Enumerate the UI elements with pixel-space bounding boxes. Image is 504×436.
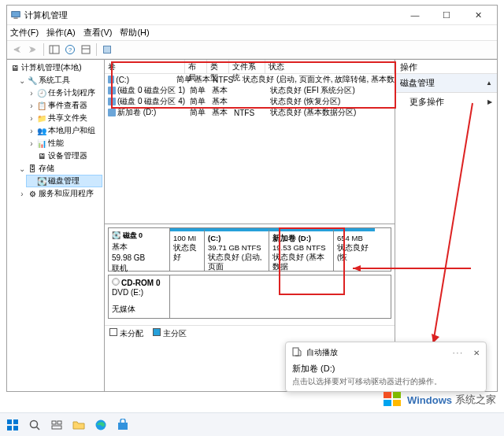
expander-icon[interactable]: › [28,127,35,135]
expander-icon[interactable]: › [28,89,35,98]
autoplay-toast[interactable]: 自动播放 ··· ✕ 新加卷 (D:) 点击以选择要对可移动驱动器进行的操作。 [285,342,487,392]
expander-icon[interactable]: › [28,102,35,110]
legend-unallocated-icon [109,328,117,336]
perf-icon: 📊 [37,139,46,148]
volume-icon [108,76,114,83]
col-fs[interactable]: 文件系统 [229,60,265,73]
svg-rect-8 [104,46,111,54]
svg-rect-18 [7,419,12,424]
menu-file[interactable]: 文件(F) [10,27,39,39]
tree-root[interactable]: 🖥计算机管理(本地) [9,61,102,74]
menu-help[interactable]: 帮助(H) [120,27,149,39]
edge-button[interactable] [93,417,109,433]
tree-shared-folders[interactable]: ›📁共享文件夹 [26,112,102,124]
expander-icon[interactable]: › [28,139,35,148]
more-icon[interactable]: ··· [453,349,464,357]
volume-icon [108,87,116,94]
disk-graph: 💽 磁盘 0 基本 59.98 GB 联机 100 MI状态良好(C:)39.7… [105,224,395,326]
settings-button[interactable] [100,42,114,57]
taskbar[interactable] [0,412,504,436]
expander-icon[interactable]: › [18,190,26,198]
start-button[interactable] [5,417,20,433]
volume-icon [108,109,116,116]
tree-local-users[interactable]: ›👥本地用户和组 [26,124,102,137]
help-button[interactable]: ? [63,42,77,57]
legend-primary-icon [153,328,161,336]
wrench-icon: 🔧 [28,76,37,85]
computer-icon: 🖥 [10,63,20,72]
tree-performance[interactable]: ›📊性能 [26,137,102,150]
svg-rect-16 [384,400,391,406]
titlebar[interactable]: 计算机管理 — ☐ ✕ [7,6,497,24]
svg-rect-17 [393,400,401,406]
menu-view[interactable]: 查看(V) [83,27,113,39]
partition[interactable]: 新加卷 (D:)19.53 GB NTFS状态良好 (基本数据 [269,228,334,271]
search-button[interactable] [27,417,43,433]
menu-action[interactable]: 操作(A) [46,27,76,39]
clock-icon: 🕘 [37,88,46,98]
actions-more[interactable]: 更多操作▶ [395,93,497,111]
close-toast-button[interactable]: ✕ [473,349,480,357]
explorer-button[interactable] [71,417,87,433]
device-icon: 🖥 [37,151,46,161]
tree-system-tools[interactable]: ⌄🔧系统工具 [17,74,102,87]
volume-icon [108,98,116,105]
volume-row[interactable]: 新加卷 (D:)简单基本NTFS状态良好 (基本数据分区) [105,107,395,118]
autoplay-title: 自动播放 [306,347,338,358]
task-view-button[interactable] [49,417,65,433]
legend: 未分配 主分区 [105,326,395,342]
volume-row[interactable]: (C:)简单基本NTFS状态良好 (启动, 页面文件, 故障转储, 基本数 [105,74,395,85]
disk-icon: 💽 [37,176,46,186]
tree-storage[interactable]: ⌄🗄存储 [17,162,102,175]
disk-0[interactable]: 💽 磁盘 0 基本 59.98 GB 联机 100 MI状态良好(C:)39.7… [108,227,391,272]
tree-services-apps[interactable]: ›⚙服务和应用程序 [17,187,102,200]
volume-row[interactable]: (磁盘 0 磁盘分区 4)简单基本状态良好 (恢复分区) [105,96,395,107]
autoplay-drive: 新加卷 (D:) [292,363,480,375]
tree-task-scheduler[interactable]: ›🕘任务计划程序 [26,87,102,99]
svg-rect-21 [13,426,18,430]
tree-device-manager[interactable]: 🖥设备管理器 [26,150,102,162]
tree-disk-management[interactable]: 💽磁盘管理 [26,175,102,187]
store-button[interactable] [115,417,131,433]
cd-icon [112,278,120,286]
refresh-button[interactable] [79,42,93,57]
app-icon [10,9,21,20]
event-icon: 📋 [37,101,46,110]
col-volume[interactable]: 卷 [105,60,185,73]
collapse-icon[interactable]: ▲ [486,79,492,87]
storage-icon: 🗄 [28,164,37,173]
autoplay-icon [292,347,302,358]
partition[interactable]: 100 MI状态良好 [170,228,205,271]
svg-rect-6 [82,46,90,54]
expander-icon[interactable]: ⌄ [18,164,26,173]
volume-list[interactable]: 卷 布局 类型 文件系统 状态 (C:)简单基本NTFS状态良好 (启动, 页面… [105,60,395,224]
nav-tree[interactable]: 🖥计算机管理(本地) ⌄🔧系统工具 ›🕘任务计划程序 ›📋事件查看器 ›📁共享文… [7,60,105,391]
window-title: 计算机管理 [24,9,399,21]
cdrom-0[interactable]: CD-ROM 0 DVD (E:) 无媒体 [108,275,391,319]
expander-icon[interactable]: › [28,114,35,123]
svg-rect-1 [13,18,17,19]
minimize-button[interactable]: — [399,6,431,24]
back-button: ⮜ [10,42,24,57]
col-layout[interactable]: 布局 [185,60,207,73]
svg-rect-20 [7,426,12,430]
chevron-right-icon: ▶ [487,98,492,105]
tree-event-viewer[interactable]: ›📋事件查看器 [26,99,102,112]
close-button[interactable]: ✕ [462,6,494,24]
svg-rect-19 [13,419,18,424]
partition[interactable]: (C:)39.71 GB NTFS状态良好 (启动, 页面 [205,228,269,271]
show-hide-tree-button[interactable] [47,42,61,57]
separator [96,43,97,56]
svg-rect-0 [12,12,20,17]
expander-icon[interactable]: ⌄ [18,76,26,85]
actions-title: 操作 [395,60,497,74]
volume-row[interactable]: (磁盘 0 磁盘分区 1)简单基本状态良好 (EFI 系统分区) [105,85,395,96]
col-type[interactable]: 类型 [207,60,229,73]
maximize-button[interactable]: ☐ [431,6,462,24]
actions-section-disk[interactable]: 磁盘管理▲ [395,74,497,93]
svg-point-22 [31,420,38,427]
cdrom-label: CD-ROM 0 DVD (E:) 无媒体 [109,275,170,318]
autoplay-message: 点击以选择要对可移动驱动器进行的操作。 [292,376,480,387]
col-status[interactable]: 状态 [265,60,395,73]
partition[interactable]: 654 MB状态良好 (恢 [334,228,375,271]
